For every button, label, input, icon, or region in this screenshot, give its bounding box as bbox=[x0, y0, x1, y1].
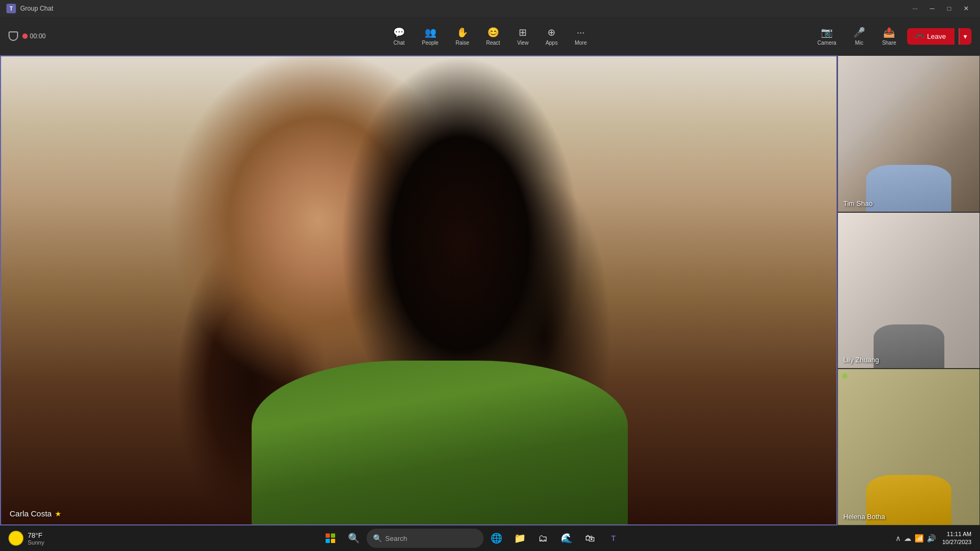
participant-tile-helena-botha: Helena Botha bbox=[837, 369, 980, 525]
toolbar-left: 00:00 bbox=[9, 31, 46, 41]
globe-button[interactable]: 🌐 bbox=[486, 528, 507, 549]
edge-icon: 🌊 bbox=[561, 532, 572, 544]
view-button[interactable]: ⊞ View bbox=[510, 23, 536, 49]
react-label: React bbox=[486, 40, 500, 46]
lily-zhuang-name: Lily Zhuang bbox=[843, 356, 879, 364]
search-taskbar-icon: 🔍 bbox=[348, 532, 360, 544]
taskbar-center: 🔍 🔍 Search 🌐 📁 🗂 🌊 🛍 T bbox=[51, 528, 893, 549]
side-panel: Tim Shao Lily Zhuang Helena Botha bbox=[837, 55, 980, 525]
more-button[interactable]: ··· More bbox=[567, 24, 594, 49]
title-bar-controls: ··· ─ □ ✕ bbox=[908, 1, 974, 16]
helena-botha-name: Helena Botha bbox=[843, 513, 885, 521]
close-button[interactable]: ✕ bbox=[959, 1, 974, 16]
camera-button[interactable]: 📷 Camera bbox=[811, 23, 843, 49]
weather-description: Sunny bbox=[28, 539, 44, 546]
maximize-button[interactable]: □ bbox=[942, 1, 957, 16]
volume-icon: 🔊 bbox=[927, 534, 936, 542]
react-icon: 😊 bbox=[487, 27, 499, 38]
apps-button[interactable]: ⊕ Apps bbox=[538, 23, 565, 49]
teams-app-icon: T bbox=[6, 4, 16, 13]
edge-browser-button[interactable]: 🌊 bbox=[556, 528, 577, 549]
store-button[interactable]: 🛍 bbox=[579, 528, 601, 549]
chat-button[interactable]: 💬 Chat bbox=[386, 23, 412, 49]
people-icon: 👥 bbox=[425, 27, 436, 38]
file-explorer-button[interactable]: 📁 bbox=[509, 528, 530, 549]
folder-icon: 📁 bbox=[514, 532, 526, 544]
search-bar[interactable]: 🔍 Search bbox=[367, 529, 484, 548]
carla-name-text: Carla Costa bbox=[10, 509, 52, 518]
apps-label: Apps bbox=[545, 40, 558, 46]
leave-phone-icon: 📞 bbox=[914, 30, 926, 42]
search-icon: 🔍 bbox=[373, 534, 382, 542]
recording-dot bbox=[22, 34, 28, 39]
taskbar-right: ∧ ☁ 📶 🔊 11:11 AM 10/27/2023 bbox=[895, 530, 971, 547]
recording-time: 00:00 bbox=[30, 32, 46, 40]
presenter-star-icon: ★ bbox=[55, 510, 62, 518]
minimize-button[interactable]: ─ bbox=[925, 1, 940, 16]
participant-tile-tim-shao: Tim Shao bbox=[837, 55, 980, 212]
system-time: 11:11 AM bbox=[947, 530, 971, 538]
shield-icon bbox=[9, 31, 18, 41]
globe-icon: 🌐 bbox=[491, 532, 502, 544]
system-datetime[interactable]: 11:11 AM 10/27/2023 bbox=[942, 530, 971, 547]
view-icon: ⊞ bbox=[519, 27, 527, 38]
start-button[interactable] bbox=[320, 528, 341, 549]
people-label: People bbox=[422, 40, 438, 46]
more-icon: ··· bbox=[577, 27, 585, 38]
mic-icon: 🎤 bbox=[853, 27, 865, 38]
files-icon: 🗂 bbox=[538, 533, 548, 544]
share-label: Share bbox=[882, 40, 896, 46]
files-button[interactable]: 🗂 bbox=[533, 528, 554, 549]
mic-button[interactable]: 🎤 Mic bbox=[847, 23, 871, 49]
view-label: View bbox=[517, 40, 529, 46]
system-tray: ∧ ☁ 📶 🔊 bbox=[895, 534, 936, 542]
carla-jacket-layer bbox=[252, 361, 628, 524]
leave-button[interactable]: 📞 Leave bbox=[907, 28, 954, 45]
camera-icon: 📷 bbox=[821, 27, 833, 38]
chevron-up-icon[interactable]: ∧ bbox=[895, 534, 901, 542]
main-content: Carla Costa ★ Tim Shao Lily Zhuang Helen… bbox=[0, 55, 980, 525]
recording-indicator: 00:00 bbox=[22, 32, 46, 40]
share-icon: 📤 bbox=[883, 27, 895, 38]
title-bar-title: Group Chat bbox=[20, 5, 53, 12]
mic-label: Mic bbox=[855, 40, 863, 46]
wifi-icon: 📶 bbox=[915, 534, 924, 542]
windows-grid-icon bbox=[326, 533, 335, 543]
search-taskbar-button[interactable]: 🔍 bbox=[343, 528, 364, 549]
toolbar-right: 📷 Camera 🎤 Mic 📤 Share 📞 Leave ▾ bbox=[811, 23, 971, 49]
participant-tile-lily-zhuang: Lily Zhuang bbox=[837, 212, 980, 369]
title-bar: T Group Chat ··· ─ □ ✕ bbox=[0, 0, 980, 17]
toolbar-center: 💬 Chat 👥 People ✋ Raise 😊 React ⊞ View ⊕… bbox=[386, 23, 594, 49]
store-icon: 🛍 bbox=[585, 533, 595, 544]
camera-label: Camera bbox=[817, 40, 836, 46]
people-button[interactable]: 👥 People bbox=[414, 23, 446, 49]
chat-icon: 💬 bbox=[393, 27, 405, 38]
chat-label: Chat bbox=[393, 40, 404, 46]
weather-info: 78°F Sunny bbox=[28, 531, 44, 546]
toolbar: 00:00 💬 Chat 👥 People ✋ Raise 😊 React ⊞ … bbox=[0, 17, 980, 55]
raise-icon: ✋ bbox=[456, 27, 468, 38]
taskbar: 78°F Sunny 🔍 🔍 Search 🌐 📁 🗂 🌊 bbox=[0, 525, 980, 551]
cloud-icon: ☁ bbox=[904, 534, 911, 542]
main-participant-name: Carla Costa ★ bbox=[10, 509, 62, 518]
tim-shao-shirt bbox=[866, 165, 951, 212]
apps-icon: ⊕ bbox=[547, 27, 555, 38]
main-video-background bbox=[1, 56, 836, 524]
more-label: More bbox=[575, 40, 587, 46]
system-date: 10/27/2023 bbox=[942, 538, 971, 546]
main-video: Carla Costa ★ bbox=[0, 55, 837, 525]
title-bar-left: T Group Chat bbox=[6, 4, 53, 13]
leave-label: Leave bbox=[927, 32, 946, 40]
search-placeholder: Search bbox=[385, 535, 407, 542]
tim-shao-name: Tim Shao bbox=[843, 199, 873, 207]
weather-sun-icon bbox=[9, 531, 23, 546]
teams-taskbar-icon: T bbox=[611, 534, 616, 542]
teams-taskbar-button[interactable]: T bbox=[603, 528, 624, 549]
raise-button[interactable]: ✋ Raise bbox=[448, 23, 477, 49]
react-button[interactable]: 😊 React bbox=[479, 23, 508, 49]
weather-temperature: 78°F bbox=[28, 531, 44, 539]
options-button[interactable]: ··· bbox=[908, 1, 923, 16]
share-button[interactable]: 📤 Share bbox=[876, 23, 903, 49]
raise-label: Raise bbox=[455, 40, 469, 46]
leave-dropdown-button[interactable]: ▾ bbox=[959, 28, 971, 45]
